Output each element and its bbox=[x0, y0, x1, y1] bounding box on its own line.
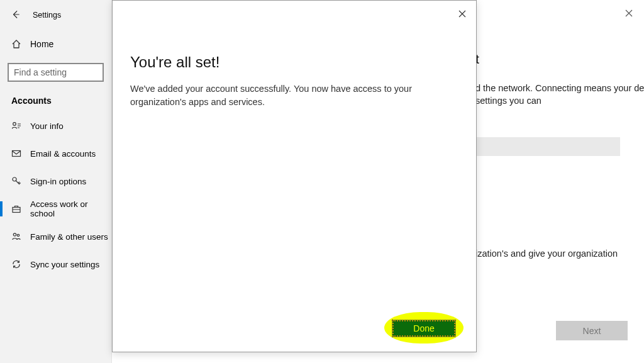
home-icon bbox=[11, 39, 21, 49]
key-icon bbox=[11, 176, 21, 186]
sidebar-item-access-work-school[interactable]: Access work or school bbox=[0, 195, 111, 223]
sync-icon bbox=[11, 259, 21, 269]
sidebar-item-family-users[interactable]: Family & other users bbox=[0, 223, 111, 250]
sidebar-item-sync-settings[interactable]: Sync your settings bbox=[0, 250, 111, 278]
header-row: Settings bbox=[0, 0, 111, 30]
svg-point-4 bbox=[13, 233, 16, 236]
sidebar-item-label: Access work or school bbox=[30, 199, 111, 218]
sidebar-item-email-accounts[interactable]: Email & accounts bbox=[0, 140, 111, 167]
window-close-button[interactable] bbox=[625, 9, 633, 19]
mail-icon bbox=[11, 148, 21, 159]
sidebar-item-label: Email & accounts bbox=[30, 149, 96, 159]
svg-point-0 bbox=[13, 123, 16, 126]
sidebar-item-label: Sign-in options bbox=[30, 177, 86, 186]
close-icon bbox=[458, 10, 466, 18]
home-nav[interactable]: Home bbox=[0, 31, 111, 57]
obscured-text-fragment: ization's and give your organization bbox=[475, 249, 644, 259]
home-label: Home bbox=[30, 39, 53, 49]
person-icon bbox=[11, 121, 21, 131]
sidebar-item-label: Family & other users bbox=[30, 232, 108, 242]
sidebar-item-signin-options[interactable]: Sign-in options bbox=[0, 167, 111, 195]
dialog-close-button[interactable] bbox=[458, 9, 466, 20]
obscured-input-placeholder bbox=[475, 137, 620, 156]
obscured-body-fragment: d the network. Connecting means your dev… bbox=[475, 82, 644, 108]
close-icon bbox=[625, 9, 633, 17]
done-button-label: Done bbox=[413, 323, 434, 333]
next-button[interactable]: Next bbox=[556, 321, 628, 340]
settings-sidebar: Settings Home Find a setting Accounts Yo… bbox=[0, 0, 112, 363]
search-placeholder: Find a setting bbox=[14, 67, 67, 77]
people-icon bbox=[11, 232, 21, 242]
account-added-dialog: You're all set! We've added your account… bbox=[112, 0, 477, 352]
search-input[interactable]: Find a setting bbox=[8, 63, 104, 82]
back-button[interactable] bbox=[11, 10, 20, 21]
done-button[interactable]: Done bbox=[392, 320, 455, 337]
dialog-title: You're all set! bbox=[130, 53, 219, 71]
sidebar-item-your-info[interactable]: Your info bbox=[0, 112, 111, 140]
back-arrow-icon bbox=[11, 10, 20, 19]
window-title: Settings bbox=[33, 11, 61, 20]
sidebar-item-label: Sync your settings bbox=[30, 260, 99, 269]
dialog-body: We've added your account successfully. Y… bbox=[130, 82, 445, 109]
section-title: Accounts bbox=[0, 82, 111, 112]
briefcase-icon bbox=[11, 204, 21, 214]
svg-point-5 bbox=[17, 234, 19, 236]
sidebar-item-label: Your info bbox=[30, 121, 64, 131]
next-button-label: Next bbox=[583, 326, 601, 336]
